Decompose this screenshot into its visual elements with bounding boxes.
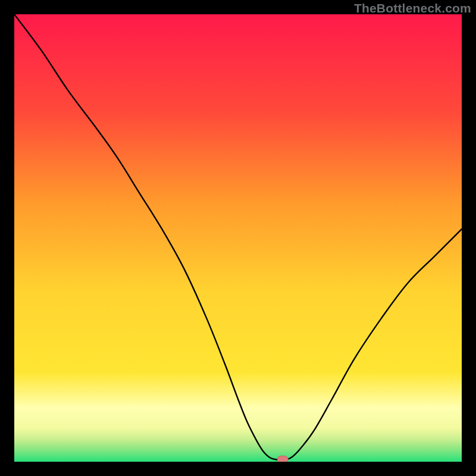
- optimum-marker: [277, 456, 288, 462]
- chart-stage: TheBottleneck.com: [0, 0, 476, 476]
- plot-area: [14, 14, 462, 462]
- gradient-background: [14, 14, 462, 462]
- watermark-text: TheBottleneck.com: [354, 1, 471, 15]
- chart-svg: [14, 14, 462, 462]
